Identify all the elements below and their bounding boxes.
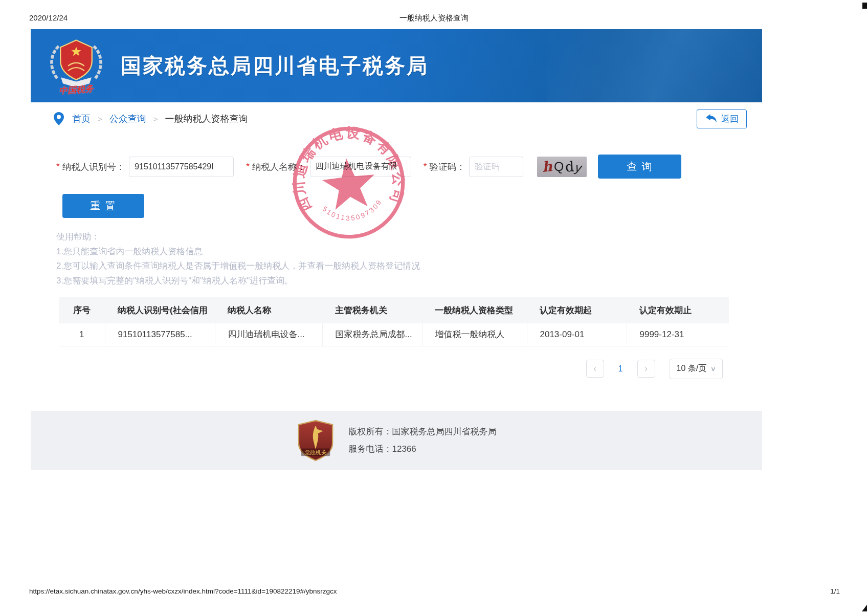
site-banner: 中国税务 国家税务总局四川省电子税务局 bbox=[31, 29, 762, 102]
cell-qualification-type: 增值税一般纳税人 bbox=[422, 323, 527, 346]
return-arrow-icon bbox=[705, 114, 718, 124]
national-emblem-icon bbox=[48, 36, 105, 86]
col-taxpayer-id: 纳税人识别号(社会信用 bbox=[105, 297, 215, 323]
pagination: ‹ 1 › 10 条/页 ∨ bbox=[59, 359, 729, 379]
required-mark: * bbox=[424, 162, 427, 172]
taxpayer-id-label: 纳税人识别号： bbox=[62, 161, 125, 173]
col-valid-to: 认定有效期止 bbox=[627, 297, 729, 323]
help-line: 1.您只能查询省内一般纳税人资格信息 bbox=[56, 245, 762, 259]
captcha-input[interactable] bbox=[469, 157, 523, 177]
badge-text: 党政机关 bbox=[304, 449, 326, 455]
col-seq: 序号 bbox=[59, 297, 105, 323]
print-page-indicator: 1/1 bbox=[830, 587, 840, 595]
logo-caption: 中国税务 bbox=[58, 82, 94, 97]
breadcrumb: 首页 > 公众查询 > 一般纳税人资格查询 返回 bbox=[31, 102, 762, 135]
required-mark: * bbox=[56, 162, 60, 172]
page-footer: 党政机关 版权所有：国家税务总局四川省税务局 服务电话：12366 bbox=[31, 411, 762, 470]
copyright-text: 版权所有：国家税务总局四川省税务局 bbox=[349, 423, 497, 441]
help-line: 2.您可以输入查询条件查询纳税人是否属于增值税一般纳税人，并查看一般纳税人资格登… bbox=[56, 259, 762, 274]
cell-tax-authority: 国家税务总局成都... bbox=[322, 323, 422, 346]
cell-taxpayer-id: 91510113577585... bbox=[105, 323, 215, 346]
scan-artifact bbox=[862, 605, 867, 611]
print-document-title: 一般纳税人资格查询 bbox=[0, 13, 868, 23]
query-form: * 纳税人识别号： * 纳税人名称： * 验证码： h Q d y 查 询 bbox=[56, 155, 762, 179]
required-mark: * bbox=[246, 162, 250, 172]
breadcrumb-home[interactable]: 首页 bbox=[72, 113, 91, 125]
back-button[interactable]: 返回 bbox=[697, 109, 747, 128]
taxpayer-id-input[interactable] bbox=[129, 157, 234, 177]
back-button-label: 返回 bbox=[721, 113, 739, 125]
reset-button[interactable]: 重 置 bbox=[62, 194, 144, 218]
captcha-char: h bbox=[541, 158, 553, 175]
prev-page-button[interactable]: ‹ bbox=[586, 360, 604, 378]
table-header-row: 序号 纳税人识别号(社会信用 纳税人名称 主管税务机关 一般纳税人资格类型 认定… bbox=[59, 297, 729, 323]
col-valid-from: 认定有效期起 bbox=[527, 297, 627, 323]
captcha-image[interactable]: h Q d y bbox=[537, 157, 587, 177]
page-number-current[interactable]: 1 bbox=[618, 364, 623, 374]
breadcrumb-public-query[interactable]: 公众查询 bbox=[109, 113, 146, 125]
main-content: * 纳税人识别号： * 纳税人名称： * 验证码： h Q d y 查 询 重 … bbox=[31, 135, 762, 379]
col-taxpayer-name: 纳税人名称 bbox=[215, 297, 322, 323]
page-size-value: 10 条/页 bbox=[677, 363, 707, 374]
captcha-char: Q bbox=[553, 159, 564, 174]
breadcrumb-separator: > bbox=[153, 115, 158, 123]
service-phone: 服务电话：12366 bbox=[349, 441, 497, 458]
col-tax-authority: 主管税务机关 bbox=[322, 297, 422, 323]
print-url: https://etax.sichuan.chinatax.gov.cn/yhs… bbox=[29, 587, 337, 595]
chevron-down-icon: ∨ bbox=[710, 365, 716, 372]
page-size-select[interactable]: 10 条/页 ∨ bbox=[670, 359, 723, 379]
usage-help: 使用帮助： 1.您只能查询省内一般纳税人资格信息 2.您可以输入查询条件查询纳税… bbox=[56, 230, 762, 288]
location-pin-icon bbox=[54, 112, 64, 125]
site-title: 国家税务总局四川省电子税务局 bbox=[121, 52, 429, 80]
next-page-button[interactable]: › bbox=[637, 360, 655, 378]
help-title: 使用帮助： bbox=[56, 230, 762, 245]
page: 中国税务 国家税务总局四川省电子税务局 首页 > 公众查询 > 一般纳税人资格查… bbox=[31, 29, 762, 470]
chevron-right-icon: › bbox=[644, 363, 648, 374]
breadcrumb-current: 一般纳税人资格查询 bbox=[165, 113, 248, 125]
breadcrumb-separator: > bbox=[98, 115, 102, 123]
query-button[interactable]: 查 询 bbox=[598, 155, 681, 179]
government-badge-logo: 党政机关 bbox=[297, 420, 335, 462]
captcha-label: 验证码： bbox=[429, 161, 465, 173]
scan-artifact bbox=[862, 3, 867, 9]
help-line: 3.您需要填写完整的"纳税人识别号"和"纳税人名称"进行查询。 bbox=[56, 274, 762, 289]
taxpayer-name-input[interactable] bbox=[310, 157, 411, 177]
table-row: 1 91510113577585... 四川迪瑞机电设备... 国家税务总局成都… bbox=[59, 323, 729, 346]
col-qualification-type: 一般纳税人资格类型 bbox=[422, 297, 527, 323]
cell-valid-to: 9999-12-31 bbox=[627, 323, 729, 346]
taxpayer-name-label: 纳税人名称： bbox=[252, 161, 306, 173]
captcha-char: d bbox=[565, 159, 574, 175]
cell-valid-from: 2013-09-01 bbox=[527, 323, 627, 346]
tax-bureau-logo: 中国税务 bbox=[43, 36, 109, 96]
cell-seq: 1 bbox=[59, 323, 105, 346]
captcha-char: y bbox=[574, 160, 583, 176]
cell-taxpayer-name: 四川迪瑞机电设备... bbox=[215, 323, 322, 346]
chevron-left-icon: ‹ bbox=[593, 363, 596, 374]
result-table: 序号 纳税人识别号(社会信用 纳税人名称 主管税务机关 一般纳税人资格类型 认定… bbox=[59, 297, 729, 346]
